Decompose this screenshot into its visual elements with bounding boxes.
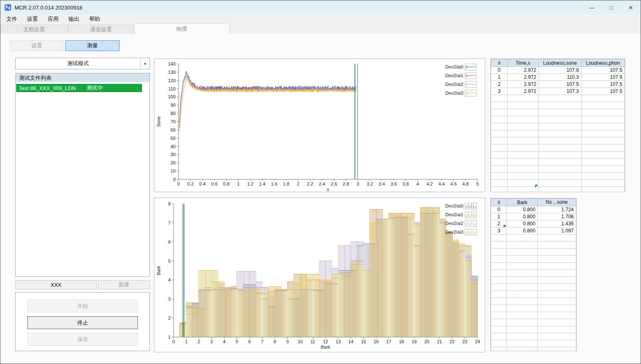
svg-text:1: 1 [185, 339, 187, 344]
tab-channel-settings[interactable]: 通道设置 [68, 24, 134, 34]
svg-text:40: 40 [171, 144, 176, 149]
svg-text:3: 3 [210, 339, 213, 344]
close-icon[interactable]: ✕ [621, 0, 641, 15]
svg-text:1.8: 1.8 [283, 181, 289, 186]
subtab-settings[interactable]: 设置 [10, 40, 64, 51]
window-controls: — □ ✕ [582, 0, 641, 15]
svg-text:1: 1 [168, 335, 171, 340]
loudness-table-panel: #Time,sLoudness,soneLoudness,phon02.9721… [490, 59, 625, 192]
table-row[interactable]: 12.972110.3107.9 [491, 74, 625, 81]
svg-text:12: 12 [323, 339, 328, 344]
svg-text:110: 110 [168, 86, 176, 91]
table-row-empty [491, 305, 576, 312]
svg-text:9: 9 [286, 339, 289, 344]
menu-output[interactable]: 输出 [64, 15, 84, 24]
table-row-empty [491, 256, 576, 263]
menu-file[interactable]: 文件 [1, 15, 22, 24]
svg-text:3: 3 [357, 181, 359, 186]
stop-button[interactable]: 停止 [27, 316, 138, 329]
chevron-down-icon[interactable]: ▾ [140, 58, 149, 69]
xxx-button[interactable]: XXX [15, 280, 97, 289]
tab-loudness[interactable]: 响度 [134, 24, 230, 34]
svg-text:80: 80 [171, 111, 176, 116]
svg-text:5: 5 [235, 339, 238, 344]
legend-entry: Dev2/ai1 [445, 212, 477, 218]
svg-text:0: 0 [173, 177, 176, 182]
svg-text:13: 13 [335, 339, 340, 344]
svg-text:7: 7 [168, 220, 171, 225]
svg-text:Dev2/ai3: Dev2/ai3 [445, 230, 463, 235]
menu-settings[interactable]: 设置 [22, 15, 43, 24]
table-row[interactable]: 30.8001.097 [491, 227, 576, 235]
svg-text:120: 120 [168, 78, 176, 83]
menu-apply[interactable]: 应用 [43, 15, 64, 24]
column-header: # [491, 199, 507, 206]
svg-text:22: 22 [450, 339, 455, 344]
svg-text:2.4: 2.4 [319, 181, 325, 186]
measurement-control-box: 开始 停止 保存 [15, 292, 150, 351]
table-row[interactable]: 00.8001.724 [491, 206, 576, 213]
svg-text:4: 4 [223, 339, 225, 344]
column-header: Loudness,phon [581, 59, 624, 67]
save-button[interactable]: 保存 [27, 333, 138, 346]
svg-text:3.4: 3.4 [379, 181, 385, 186]
svg-text:130: 130 [168, 70, 176, 75]
table-row[interactable]: 10.8001.706 [491, 213, 576, 220]
svg-text:17: 17 [386, 339, 391, 344]
legend-entry: Dev2/ai2 [445, 81, 477, 88]
table-row[interactable]: 02.972107.8107.5 [491, 67, 625, 74]
test-file-list-header: 测试文件列表 [16, 73, 149, 82]
legend-entry: Dev2/ai0 [445, 203, 477, 209]
svg-text:2.2: 2.2 [307, 181, 313, 186]
column-header: Time,s [507, 59, 538, 67]
table-row-empty [491, 116, 625, 123]
svg-text:1.6: 1.6 [271, 181, 277, 186]
svg-text:s: s [327, 187, 329, 192]
table-row[interactable]: 32.972107.3107.5 [491, 88, 625, 95]
svg-text:20: 20 [424, 339, 429, 344]
maximize-icon[interactable]: □ [602, 0, 621, 15]
svg-text:24: 24 [475, 339, 480, 344]
series-Dev2/ai0 [180, 213, 477, 337]
cell-marker-icon [504, 225, 506, 228]
svg-text:15: 15 [361, 339, 366, 344]
start-button[interactable]: 开始 [27, 300, 138, 313]
svg-text:8: 8 [274, 339, 276, 344]
table-row-empty [491, 166, 625, 173]
menu-help[interactable]: 帮助 [84, 15, 105, 24]
table-row-empty [491, 102, 625, 109]
table-row-empty [491, 123, 625, 130]
subtab-measure[interactable]: 测量 [65, 40, 120, 51]
test-mode-dropdown[interactable]: 测试模式 ▾ [15, 58, 150, 69]
list-item[interactable]: Test 88_XXX_009_LDN 测试中 [16, 84, 142, 92]
svg-text:50: 50 [171, 136, 176, 141]
table-row-empty [491, 159, 625, 166]
table-row[interactable]: 22.972107.5107.5 [491, 81, 625, 88]
svg-text:Dev2/ai1: Dev2/ai1 [445, 212, 463, 217]
svg-text:4: 4 [416, 181, 419, 186]
svg-text:100: 100 [168, 94, 176, 99]
table-row-empty [491, 270, 576, 277]
svg-text:20: 20 [171, 160, 176, 165]
svg-text:2: 2 [168, 315, 171, 320]
table-row-empty [491, 319, 576, 326]
table-row-empty [491, 242, 576, 249]
svg-text:6: 6 [168, 239, 171, 244]
table-row-empty [491, 347, 576, 352]
svg-text:3.2: 3.2 [367, 181, 373, 186]
cell-marker-icon [535, 185, 538, 188]
svg-text:1: 1 [237, 181, 240, 186]
table-row-empty [491, 180, 625, 187]
new-button[interactable]: 新建 [98, 280, 150, 289]
loudness-time-chart: 00.20.40.60.811.21.41.61.822.22.42.62.83… [154, 59, 485, 192]
svg-text:21: 21 [437, 339, 442, 344]
minimize-icon[interactable]: — [582, 0, 602, 15]
tab-document-settings[interactable]: 文档设置 [0, 24, 68, 34]
specific-loudness-bark-chart-panel: 0123456789101112131415161718192021222324… [154, 198, 485, 352]
column-header: Loudness,sone [538, 59, 581, 67]
svg-text:16: 16 [374, 339, 379, 344]
svg-text:6: 6 [248, 339, 251, 344]
series-Dev2/ai2 [180, 213, 477, 337]
svg-text:3.8: 3.8 [403, 181, 409, 186]
table-header-row: #Time,sLoudness,soneLoudness,phon [491, 59, 625, 67]
